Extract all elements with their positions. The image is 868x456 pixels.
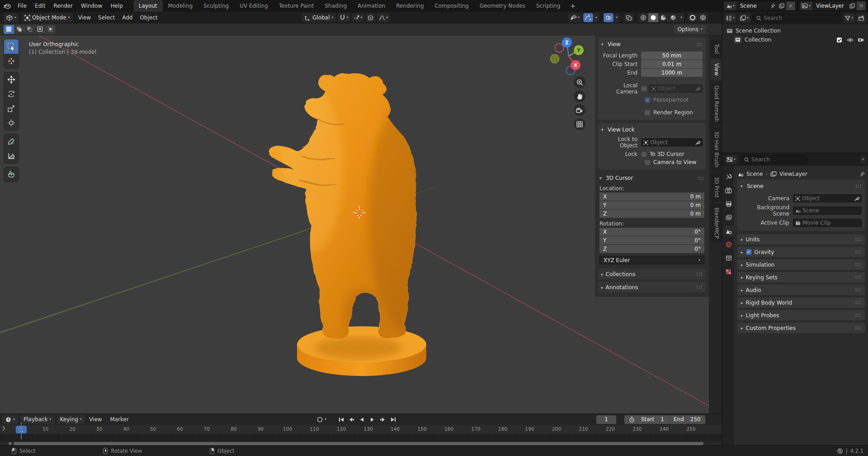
orthographic-toggle-button[interactable] xyxy=(574,118,585,130)
properties-search-input[interactable]: Search xyxy=(740,155,808,164)
timeline-marker-menu[interactable]: Marker xyxy=(106,416,132,423)
auto-key-dropdown[interactable]: ▾ xyxy=(325,418,326,421)
cursor-rotation-field[interactable]: Y0° xyxy=(599,236,704,244)
camera-to-view-checkbox[interactable] xyxy=(645,160,651,165)
drag-dots-icon[interactable] xyxy=(855,288,861,292)
tab-render-properties[interactable] xyxy=(723,185,734,196)
n-panel-tab[interactable]: 3D Hair Brush xyxy=(711,127,722,171)
keying-dropdown[interactable]: Keying▾ xyxy=(57,415,85,424)
properties-options-dropdown[interactable]: ▾ xyxy=(860,155,866,164)
current-frame-field[interactable]: 1 xyxy=(596,415,616,424)
next-keyframe-button[interactable] xyxy=(378,415,387,424)
select-mode-intersect[interactable] xyxy=(45,25,56,34)
disable-render-camera-icon[interactable] xyxy=(858,37,864,42)
outliner-row-collection[interactable]: Collection xyxy=(722,35,868,44)
active-clip-field[interactable]: Movie Clip xyxy=(793,219,862,227)
cursor-location-field[interactable]: Z0 m xyxy=(599,210,704,218)
shading-solid-button[interactable] xyxy=(648,13,658,22)
focal-length-field[interactable]: 50 mm xyxy=(641,52,703,60)
viewport-menu-item[interactable]: Add xyxy=(118,14,136,21)
properties-section[interactable]: ▸ ✓ Keying Sets xyxy=(737,272,865,282)
move-tool[interactable] xyxy=(4,72,19,87)
cursor-tool[interactable] xyxy=(4,54,19,68)
bear-pedestal[interactable] xyxy=(297,326,426,376)
properties-section[interactable]: ▸ ✓ Rigid Body World xyxy=(737,297,865,308)
clip-end-field[interactable]: 1000 m xyxy=(641,69,703,77)
collections-panel-header[interactable]: ▸Collections xyxy=(598,269,706,279)
rotate-tool[interactable] xyxy=(4,87,19,101)
play-button[interactable] xyxy=(368,415,377,424)
view-lock-header[interactable]: ▾View Lock xyxy=(601,125,703,134)
outliner-filter-mode-dropdown[interactable]: ▾ xyxy=(738,14,750,23)
breadcrumb-viewlayer[interactable]: ViewLayer xyxy=(779,171,807,177)
new-scene-icon[interactable] xyxy=(777,3,786,9)
cursor-rotation-field[interactable]: X0° xyxy=(599,228,704,236)
outliner-row-scene-collection[interactable]: Scene Collection xyxy=(722,26,868,35)
overlays-settings-dropdown[interactable]: ▾ xyxy=(614,13,619,22)
drag-dots-icon[interactable] xyxy=(855,263,861,267)
gizmo-x-ball[interactable]: X xyxy=(571,60,580,70)
timeline-editor-type-button[interactable]: ▾ xyxy=(2,415,18,424)
transform-orientation-dropdown[interactable]: Global ▾ xyxy=(302,13,336,22)
tab-viewlayer-properties[interactable] xyxy=(723,212,734,223)
shading-wireframe-button[interactable] xyxy=(638,13,648,22)
start-frame-field[interactable]: Start 1 xyxy=(624,416,669,423)
workspace-tab[interactable]: UV Editing xyxy=(234,0,274,12)
viewport-ring-icon-2[interactable] xyxy=(698,13,708,22)
section-checkbox[interactable]: ✓ xyxy=(746,249,752,255)
n-panel-tab[interactable]: Quad Remesh xyxy=(711,81,722,126)
xray-toggle[interactable] xyxy=(624,13,634,22)
remove-viewlayer-icon[interactable]: × xyxy=(857,1,866,10)
workspace-tab[interactable]: Rendering xyxy=(391,0,429,12)
shading-rendered-button[interactable] xyxy=(668,13,678,22)
add-cube-tool[interactable] xyxy=(4,167,19,182)
new-collection-button[interactable] xyxy=(857,14,866,23)
unlink-scene-icon[interactable]: × xyxy=(786,1,795,10)
annotations-panel-header[interactable]: ▸Annotations xyxy=(598,282,706,292)
select-mode-extend[interactable] xyxy=(14,25,24,34)
tab-tool-properties[interactable] xyxy=(723,171,734,182)
drag-dots-icon[interactable] xyxy=(696,42,703,47)
properties-section[interactable]: ▸ ✓ Light Probes xyxy=(737,310,865,320)
blender-logo-icon[interactable] xyxy=(0,3,14,9)
tab-collection-properties[interactable] xyxy=(723,253,734,263)
properties-section[interactable]: ▸ ✓ Units xyxy=(737,234,865,244)
proportional-editing-toggle[interactable] xyxy=(366,13,375,22)
topbar-menu-item[interactable]: Edit xyxy=(31,0,49,12)
pan-hand-button[interactable] xyxy=(574,90,585,102)
scene-panel-header[interactable]: ▾Scene xyxy=(741,182,862,191)
browse-scene-button[interactable]: ▾ xyxy=(724,1,736,10)
timeline-expand-icon[interactable]: ❯ xyxy=(2,426,5,431)
workspace-tab[interactable]: Sculpting xyxy=(198,0,234,12)
play-reverse-button[interactable] xyxy=(357,415,367,424)
viewlayer-name[interactable]: ViewLayer xyxy=(812,3,848,9)
gizmo-settings-dropdown[interactable]: ▾ xyxy=(594,13,599,22)
snap-settings-dropdown[interactable]: ▾ xyxy=(352,13,364,22)
cursor-3d-header[interactable]: ▾3D Cursor xyxy=(599,174,704,183)
viewport-menu-item[interactable]: Select xyxy=(94,14,118,21)
drag-dots-icon[interactable] xyxy=(696,272,703,276)
gizmo-y-ball[interactable]: Y xyxy=(574,45,584,55)
workspace-tab[interactable]: Geometry Nodes xyxy=(474,0,531,12)
snap-toggle[interactable]: ▾ xyxy=(338,13,350,22)
drag-dots-icon[interactable] xyxy=(855,275,861,279)
auto-key-toggle[interactable] xyxy=(316,416,323,423)
background-scene-field[interactable]: Scene xyxy=(793,207,862,215)
proportional-falloff-dropdown[interactable]: ▾ xyxy=(377,13,390,22)
n-panel-tab[interactable]: 3D Print xyxy=(711,173,722,202)
cursor-location-field[interactable]: X0 m xyxy=(599,193,704,201)
n-panel-tab[interactable]: View xyxy=(711,59,722,80)
tab-scene-properties[interactable] xyxy=(723,226,734,236)
gizmo-negy-ball[interactable] xyxy=(551,55,559,63)
pin-id-icon[interactable] xyxy=(859,171,865,177)
tab-texture-properties[interactable] xyxy=(723,266,734,277)
scrollbar-handle[interactable] xyxy=(14,442,703,445)
workspace-tab[interactable]: Modeling xyxy=(163,0,198,12)
viewport-ring-icon-1[interactable] xyxy=(688,13,698,22)
pin-icon[interactable] xyxy=(768,3,777,9)
object-visibility-dropdown[interactable]: ▾ xyxy=(568,13,581,22)
workspace-tab[interactable]: Shading xyxy=(319,0,352,12)
select-mode-subtract[interactable] xyxy=(24,25,35,34)
drag-dots-icon[interactable] xyxy=(855,237,861,241)
tab-output-properties[interactable] xyxy=(723,198,734,209)
